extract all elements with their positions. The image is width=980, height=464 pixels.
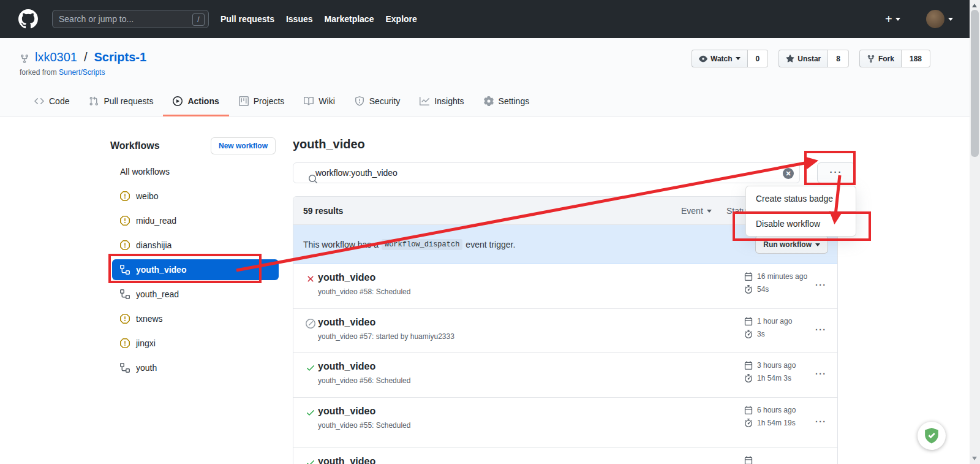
menu-item-disable-workflow[interactable]: Disable workflow bbox=[746, 211, 856, 236]
menu-item-create-status-badge[interactable]: Create status badge bbox=[746, 186, 856, 211]
github-logo-icon[interactable] bbox=[18, 9, 38, 29]
user-menu[interactable] bbox=[926, 0, 953, 38]
repo-action-unstar: Unstar8 bbox=[778, 50, 849, 67]
watch-button[interactable]: Watch bbox=[692, 50, 748, 67]
warning-octagon-icon bbox=[120, 240, 130, 250]
run-meta: 6 hours ago1h 54m 19s bbox=[744, 406, 796, 427]
workflow-options-button[interactable]: ··· bbox=[817, 162, 855, 183]
stopwatch-icon bbox=[744, 419, 753, 427]
sidebar-item-youth_video[interactable]: youth_video bbox=[112, 259, 279, 280]
forked-from-link[interactable]: Sunert/Scripts bbox=[59, 68, 105, 77]
github-actions-page: / Pull requestsIssuesMarketplaceExplore … bbox=[0, 0, 980, 464]
tab-wiki[interactable]: Wiki bbox=[294, 87, 344, 116]
tab-insights[interactable]: Insights bbox=[410, 87, 473, 116]
page-title: youth_video bbox=[293, 137, 365, 151]
top-nav-item-issues[interactable]: Issues bbox=[286, 14, 313, 24]
run-meta: 3 hours ago1h 54m 3s bbox=[744, 361, 796, 382]
run-workflow-button[interactable]: Run workflow bbox=[755, 235, 828, 254]
success-status-icon bbox=[306, 458, 315, 464]
clear-search-icon[interactable]: ✕ bbox=[783, 168, 794, 179]
repo-tabs: CodePull requestsActionsProjectsWikiSecu… bbox=[24, 87, 539, 116]
chevron-down-icon bbox=[815, 243, 820, 246]
repo-forked-icon bbox=[20, 50, 29, 64]
event-filter-dropdown[interactable]: Event bbox=[681, 197, 712, 225]
sidebar-item-midu_read[interactable]: midu_read bbox=[112, 208, 279, 233]
run-options-button[interactable]: ··· bbox=[815, 417, 827, 427]
play-icon bbox=[173, 96, 183, 106]
run-meta bbox=[744, 456, 757, 464]
sidebar-item-jingxi[interactable]: jingxi bbox=[112, 331, 279, 356]
workflow-runs-search-input[interactable] bbox=[315, 163, 769, 183]
top-nav-item-pull-requests[interactable]: Pull requests bbox=[221, 14, 274, 24]
run-time: 1 hour ago bbox=[744, 317, 792, 325]
sidebar-item-youth[interactable]: youth bbox=[112, 356, 279, 380]
tab-label: Code bbox=[49, 96, 69, 106]
sidebar-item-youth_read[interactable]: youth_read bbox=[112, 282, 279, 306]
tab-projects[interactable]: Projects bbox=[229, 87, 295, 116]
unstar-count[interactable]: 8 bbox=[828, 50, 849, 67]
top-nav: Pull requestsIssuesMarketplaceExplore bbox=[221, 0, 417, 38]
sidebar-item-all-workflows[interactable]: All workflows bbox=[112, 159, 279, 184]
repo-action-watch: Watch0 bbox=[692, 50, 768, 67]
tab-actions[interactable]: Actions bbox=[163, 87, 228, 116]
workflow-label: youth bbox=[136, 363, 157, 373]
fork-label: Fork bbox=[878, 55, 894, 63]
warning-octagon-icon bbox=[120, 314, 130, 324]
run-meta: 1 hour ago3s bbox=[744, 317, 792, 338]
fork-button[interactable]: Fork bbox=[859, 50, 902, 67]
green-shield-icon bbox=[923, 427, 940, 444]
unstar-button[interactable]: Unstar bbox=[778, 50, 828, 67]
scroll-up-arrow-icon[interactable] bbox=[972, 4, 977, 7]
calendar-icon bbox=[744, 272, 753, 281]
run-time-label: 1 hour ago bbox=[757, 317, 792, 325]
repo-owner-link[interactable]: lxk0301 bbox=[35, 50, 77, 64]
workflow-icon bbox=[120, 289, 130, 299]
create-new-button[interactable]: + bbox=[885, 0, 900, 38]
results-count: 59 results bbox=[303, 197, 343, 225]
sidebar-item-dianshijia[interactable]: dianshijia bbox=[112, 233, 279, 257]
repo-name-link[interactable]: Scripts-1 bbox=[94, 50, 147, 64]
shield-icon bbox=[355, 96, 364, 106]
run-options-button[interactable]: ··· bbox=[815, 280, 827, 290]
sidebar-item-weibo[interactable]: weibo bbox=[112, 184, 279, 208]
tab-security[interactable]: Security bbox=[345, 87, 410, 116]
top-nav-item-marketplace[interactable]: Marketplace bbox=[325, 14, 374, 24]
run-options-button[interactable]: ··· bbox=[815, 369, 827, 379]
workflow-icon bbox=[120, 265, 130, 275]
new-workflow-button[interactable]: New workflow bbox=[211, 137, 276, 154]
scrollbar[interactable] bbox=[970, 0, 980, 464]
fork-count[interactable]: 188 bbox=[902, 50, 930, 67]
run-options-button[interactable]: ··· bbox=[815, 325, 827, 335]
run-title-link[interactable]: youth_video bbox=[318, 456, 837, 464]
forked-from: forked from Sunert/Scripts bbox=[20, 68, 105, 77]
tab-settings[interactable]: Settings bbox=[474, 87, 540, 116]
adblock-shield-badge[interactable] bbox=[918, 422, 946, 450]
tab-label: Wiki bbox=[318, 96, 334, 106]
run-workflow-label: Run workflow bbox=[763, 240, 812, 249]
sidebar-item-txnews[interactable]: txnews bbox=[112, 306, 279, 331]
scroll-down-arrow-icon[interactable] bbox=[972, 457, 977, 460]
repo-separator: / bbox=[83, 50, 89, 64]
chevron-down-icon bbox=[895, 18, 900, 21]
repo-action-buttons: Watch0Unstar8Fork188 bbox=[692, 50, 930, 67]
watch-count[interactable]: 0 bbox=[748, 50, 769, 67]
star-icon bbox=[786, 55, 794, 63]
workflow-label: weibo bbox=[136, 191, 159, 201]
top-nav-item-explore[interactable]: Explore bbox=[385, 14, 417, 24]
stopwatch-icon bbox=[744, 285, 753, 294]
event-filter-label: Event bbox=[681, 206, 703, 216]
tab-code[interactable]: Code bbox=[24, 87, 79, 116]
tab-label: Actions bbox=[187, 96, 219, 106]
forked-from-label: forked from bbox=[20, 68, 57, 77]
tab-label: Settings bbox=[499, 96, 530, 106]
run-duration: 54s bbox=[744, 285, 807, 294]
run-time-label: 3 hours ago bbox=[757, 361, 796, 370]
global-search-input[interactable] bbox=[59, 10, 187, 28]
workflow-runs-search: ✕ bbox=[293, 162, 800, 183]
scrollbar-thumb[interactable] bbox=[971, 10, 979, 157]
calendar-icon bbox=[744, 317, 753, 325]
repo-header: lxk0301 / Scripts-1 forked from Sunert/S… bbox=[0, 38, 970, 116]
eye-icon bbox=[699, 55, 707, 63]
run-time: 3 hours ago bbox=[744, 361, 796, 370]
tab-pull-requests[interactable]: Pull requests bbox=[79, 87, 163, 116]
